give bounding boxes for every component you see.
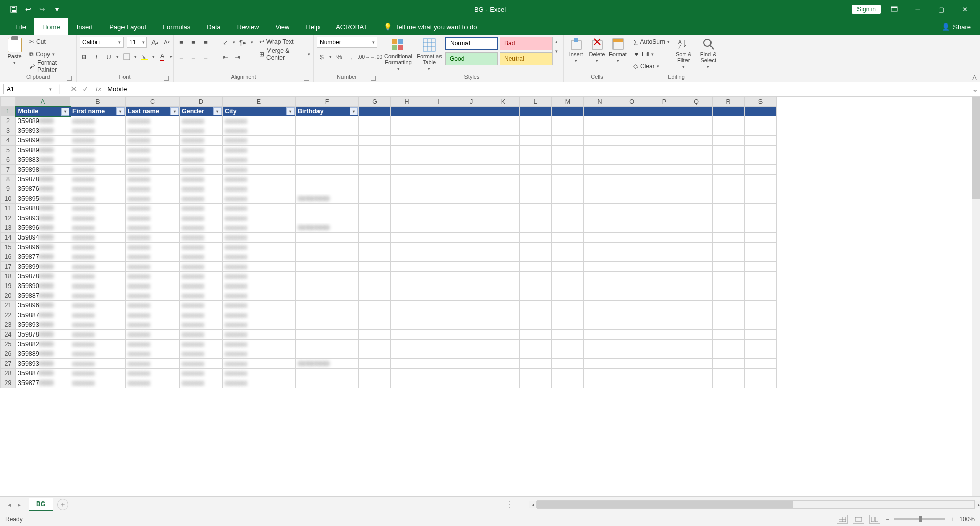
format-cells-button[interactable]: Format▾ <box>609 37 627 63</box>
cell-O19[interactable] <box>616 281 648 291</box>
cell-G18[interactable] <box>359 272 391 281</box>
cell-R11[interactable] <box>713 204 745 213</box>
row-header-2[interactable]: 2 <box>1 116 16 126</box>
cell-B8[interactable]: xxxxxxx <box>70 175 126 184</box>
cell-L20[interactable] <box>520 291 552 301</box>
cell-P16[interactable] <box>648 252 680 262</box>
cell-D24[interactable]: xxxxxxx <box>180 330 223 340</box>
cell-C27[interactable]: xxxxxxx <box>126 359 180 369</box>
cell-H5[interactable] <box>391 146 423 155</box>
cell-M13[interactable] <box>552 223 584 233</box>
cell-F9[interactable] <box>296 184 359 194</box>
cell-O25[interactable] <box>616 340 648 349</box>
cell-D21[interactable]: xxxxxxx <box>180 301 223 310</box>
row-header-25[interactable]: 25 <box>1 340 16 349</box>
cell-R7[interactable] <box>713 165 745 175</box>
cell-H11[interactable] <box>391 204 423 213</box>
col-header-L[interactable]: L <box>520 97 552 107</box>
cell-M15[interactable] <box>552 243 584 252</box>
cell-S29[interactable] <box>745 378 777 388</box>
cell-S24[interactable] <box>745 330 777 340</box>
style-gallery-scroll[interactable]: ▴▾⎓ <box>552 37 560 65</box>
cell-P18[interactable] <box>648 272 680 281</box>
insert-cells-button[interactable]: Insert▾ <box>567 37 585 63</box>
autosum-button[interactable]: ∑AutoSum▾ <box>633 37 670 47</box>
cell-F24[interactable] <box>296 330 359 340</box>
cell-Q29[interactable] <box>680 378 713 388</box>
cell-L9[interactable] <box>520 184 552 194</box>
cell-A7[interactable]: 3598980000 <box>16 165 70 175</box>
redo-icon[interactable]: ↪ <box>38 5 47 14</box>
increase-indent-icon[interactable]: ⇥ <box>233 52 242 61</box>
row-header-28[interactable]: 28 <box>1 369 16 378</box>
increase-font-icon[interactable]: A▴ <box>150 38 159 47</box>
cell-B19[interactable]: xxxxxxx <box>70 281 126 291</box>
cell-M26[interactable] <box>552 349 584 359</box>
cell-F2[interactable] <box>296 116 359 126</box>
tab-file[interactable]: File <box>7 18 34 35</box>
cell-O13[interactable] <box>616 223 648 233</box>
cell-C17[interactable]: xxxxxxx <box>126 262 180 272</box>
cell-C12[interactable]: xxxxxxx <box>126 213 180 223</box>
cell-H15[interactable] <box>391 243 423 252</box>
cell-M1[interactable] <box>552 107 584 116</box>
table-header-B[interactable]: First name▾ <box>70 107 126 116</box>
cell-G27[interactable] <box>359 359 391 369</box>
cell-B9[interactable]: xxxxxxx <box>70 184 126 194</box>
col-header-G[interactable]: G <box>359 97 391 107</box>
cell-R21[interactable] <box>713 301 745 310</box>
cell-D27[interactable]: xxxxxxx <box>180 359 223 369</box>
cell-A12[interactable]: 3598930000 <box>16 213 70 223</box>
font-color-button[interactable]: A <box>158 52 167 61</box>
cell-H9[interactable] <box>391 184 423 194</box>
cell-C9[interactable]: xxxxxxx <box>126 184 180 194</box>
cell-F17[interactable] <box>296 262 359 272</box>
vertical-scrollbar[interactable] <box>972 97 980 496</box>
cell-S26[interactable] <box>745 349 777 359</box>
cell-C11[interactable]: xxxxxxx <box>126 204 180 213</box>
find-select-button[interactable]: Find & Select▾ <box>697 37 719 69</box>
cell-F8[interactable] <box>296 175 359 184</box>
cell-L4[interactable] <box>520 136 552 146</box>
cell-R18[interactable] <box>713 272 745 281</box>
cell-K26[interactable] <box>487 349 520 359</box>
cell-J12[interactable] <box>455 213 487 223</box>
cell-R26[interactable] <box>713 349 745 359</box>
spreadsheet-grid[interactable]: ABCDEFGHIJKLMNOPQRS1Mobile▾First name▾La… <box>0 97 980 496</box>
style-good[interactable]: Good <box>445 52 498 65</box>
cell-P6[interactable] <box>648 155 680 165</box>
cell-P13[interactable] <box>648 223 680 233</box>
cell-R2[interactable] <box>713 116 745 126</box>
cell-K28[interactable] <box>487 369 520 378</box>
cell-B6[interactable]: xxxxxxx <box>70 155 126 165</box>
cell-I5[interactable] <box>423 146 455 155</box>
cell-R8[interactable] <box>713 175 745 184</box>
cell-K1[interactable] <box>487 107 520 116</box>
fill-color-button[interactable] <box>140 52 149 61</box>
cell-F25[interactable] <box>296 340 359 349</box>
style-normal[interactable]: Normal <box>445 37 498 50</box>
cell-B12[interactable]: xxxxxxx <box>70 213 126 223</box>
cell-S22[interactable] <box>745 310 777 320</box>
cell-N17[interactable] <box>584 262 616 272</box>
cell-L11[interactable] <box>520 204 552 213</box>
cell-R24[interactable] <box>713 330 745 340</box>
row-header-21[interactable]: 21 <box>1 301 16 310</box>
cell-N26[interactable] <box>584 349 616 359</box>
cell-K13[interactable] <box>487 223 520 233</box>
cell-P23[interactable] <box>648 320 680 330</box>
cell-F18[interactable] <box>296 272 359 281</box>
cell-C8[interactable]: xxxxxxx <box>126 175 180 184</box>
cell-D23[interactable]: xxxxxxx <box>180 320 223 330</box>
cell-E4[interactable]: xxxxxxx <box>223 136 296 146</box>
wrap-text-button[interactable]: ↩Wrap Text <box>259 37 310 47</box>
cell-L8[interactable] <box>520 175 552 184</box>
cell-I29[interactable] <box>423 378 455 388</box>
cell-D6[interactable]: xxxxxxx <box>180 155 223 165</box>
cell-D8[interactable]: xxxxxxx <box>180 175 223 184</box>
cell-E26[interactable]: xxxxxxx <box>223 349 296 359</box>
name-box[interactable]: ▾ <box>3 84 54 94</box>
row-header-23[interactable]: 23 <box>1 320 16 330</box>
cell-B17[interactable]: xxxxxxx <box>70 262 126 272</box>
cell-O22[interactable] <box>616 310 648 320</box>
